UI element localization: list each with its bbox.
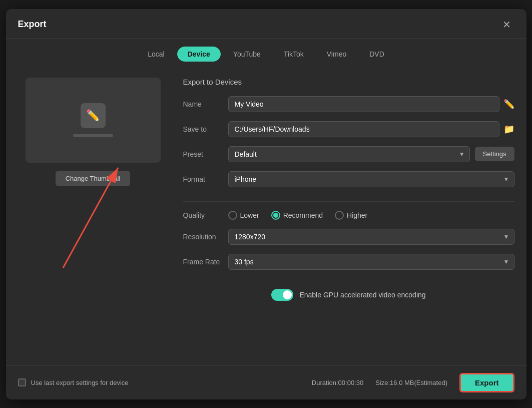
tab-local[interactable]: Local <box>137 47 175 62</box>
quality-lower-radio[interactable] <box>228 211 237 220</box>
settings-button[interactable]: Settings <box>475 147 514 161</box>
thumbnail-line <box>73 134 113 137</box>
quality-lower-option[interactable]: Lower <box>228 211 259 220</box>
close-button[interactable]: ✕ <box>499 17 514 32</box>
thumbnail-preview: ✏️ <box>26 78 161 163</box>
section-title: Export to Devices <box>183 78 514 86</box>
save-to-input[interactable] <box>228 121 499 137</box>
radio-inner-dot <box>273 213 278 218</box>
toggle-knob <box>283 290 292 299</box>
gpu-toggle-row: Enable GPU accelerated video encoding <box>183 289 514 301</box>
size-info: Size:16.0 MB(Estimated) <box>375 379 447 386</box>
tab-vimeo[interactable]: Vimeo <box>316 47 357 62</box>
quality-recommend-option[interactable]: Recommend <box>271 211 323 220</box>
thumbnail-icon: ✏️ <box>81 103 106 128</box>
resolution-label: Resolution <box>183 233 228 241</box>
name-input-group: ✏️ <box>228 96 514 112</box>
last-settings-checkbox[interactable] <box>18 378 26 386</box>
last-settings-label: Use last export settings for device <box>31 379 129 386</box>
frame-rate-row: Frame Rate 30 fps 24 fps 60 fps ▼ <box>183 254 514 270</box>
quality-higher-radio[interactable] <box>335 211 344 220</box>
preset-select-wrapper: Default ▼ <box>228 146 470 162</box>
preset-select[interactable]: Default <box>228 146 470 162</box>
format-select-wrapper: iPhone MP4 MOV ▼ <box>228 171 514 187</box>
format-select[interactable]: iPhone MP4 MOV <box>228 171 514 187</box>
save-to-row: Save to 📁 <box>183 121 514 137</box>
save-to-label: Save to <box>183 125 228 133</box>
quality-row: Quality Lower Recommend Higher <box>183 211 514 220</box>
format-label: Format <box>183 175 228 183</box>
gpu-toggle[interactable] <box>271 289 293 301</box>
name-input[interactable] <box>228 96 499 112</box>
name-row: Name ✏️ <box>183 96 514 112</box>
left-panel: ✏️ Change Thumbnail <box>18 78 168 355</box>
tab-youtube[interactable]: YouTube <box>223 47 271 62</box>
quality-lower-label: Lower <box>240 211 259 219</box>
tab-device[interactable]: Device <box>177 47 221 62</box>
tabs-bar: Local Device YouTube TikTok Vimeo DVD <box>6 39 526 68</box>
divider <box>183 201 514 202</box>
ai-icon[interactable]: ✏️ <box>503 99 514 110</box>
resolution-select[interactable]: 1280x720 1920x1080 3840x2160 <box>228 229 514 245</box>
quality-options: Lower Recommend Higher <box>228 211 368 220</box>
dialog-header: Export ✕ <box>6 9 526 39</box>
dialog-footer: Use last export settings for device Dura… <box>6 365 526 399</box>
frame-rate-select-wrapper: 30 fps 24 fps 60 fps ▼ <box>228 254 514 270</box>
save-to-input-group: 📁 <box>228 121 514 137</box>
quality-higher-option[interactable]: Higher <box>335 211 367 220</box>
frame-rate-select[interactable]: 30 fps 24 fps 60 fps <box>228 254 514 270</box>
right-panel: Export to Devices Name ✏️ Save to 📁 Pr <box>183 78 514 355</box>
quality-recommend-radio[interactable] <box>271 211 280 220</box>
dialog-body: ✏️ Change Thumbnail Export to Devices <box>6 68 526 365</box>
frame-rate-label: Frame Rate <box>183 258 228 266</box>
resolution-select-wrapper: 1280x720 1920x1080 3840x2160 ▼ <box>228 229 514 245</box>
folder-icon[interactable]: 📁 <box>503 124 514 135</box>
export-dialog: Export ✕ Local Device YouTube TikTok Vim… <box>6 9 526 399</box>
dialog-title: Export <box>18 19 47 30</box>
quality-higher-label: Higher <box>347 211 367 219</box>
export-button[interactable]: Export <box>459 373 514 392</box>
footer-right: Duration:00:00:30 Size:16.0 MB(Estimated… <box>312 373 514 392</box>
footer-left: Use last export settings for device <box>18 378 129 386</box>
preset-label: Preset <box>183 150 228 158</box>
gpu-label: Enable GPU accelerated video encoding <box>299 291 425 299</box>
tab-dvd[interactable]: DVD <box>359 47 395 62</box>
preset-row: Preset Default ▼ Settings <box>183 146 514 162</box>
duration-info: Duration:00:00:30 <box>312 379 363 386</box>
quality-recommend-label: Recommend <box>283 211 323 219</box>
resolution-row: Resolution 1280x720 1920x1080 3840x2160 … <box>183 229 514 245</box>
name-label: Name <box>183 100 228 108</box>
quality-label: Quality <box>183 211 228 219</box>
change-thumbnail-button[interactable]: Change Thumbnail <box>56 171 131 186</box>
format-row: Format iPhone MP4 MOV ▼ <box>183 171 514 187</box>
tab-tiktok[interactable]: TikTok <box>273 47 314 62</box>
